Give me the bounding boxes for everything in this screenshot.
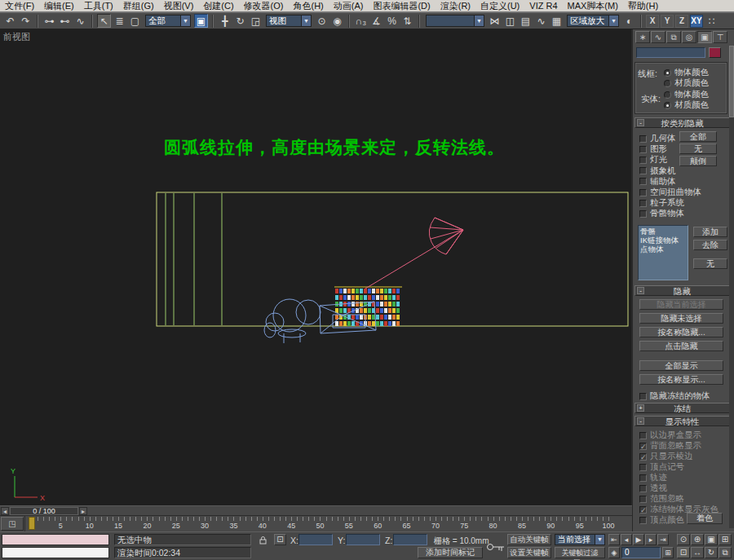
curve-editor-icon[interactable]: ∿ xyxy=(534,14,548,28)
expand-icon[interactable]: + xyxy=(637,404,644,412)
checkbox[interactable] xyxy=(639,496,647,503)
rollout-freeze[interactable]: +冻结 xyxy=(635,403,730,413)
hide-category-checkbox-7[interactable]: 骨骼物体 xyxy=(639,208,684,219)
chevron-down-icon[interactable]: ▼ xyxy=(474,15,484,26)
chevron-down-icon[interactable]: ▼ xyxy=(608,15,618,26)
zoom-extents-all-icon[interactable]: ⊞ xyxy=(719,534,732,545)
zoom-extents-icon[interactable]: ▣ xyxy=(705,534,718,545)
slider-next-button[interactable]: ▸ xyxy=(79,507,87,515)
display-property-checkbox-1[interactable]: ✓背面忽略显示 xyxy=(639,440,701,452)
min-max-toggle-icon[interactable]: ⧉ xyxy=(719,547,732,558)
add-time-tag-button[interactable]: 添加时间标记 xyxy=(418,547,483,558)
bind-to-space-warp-icon[interactable]: ∿ xyxy=(73,14,87,28)
snap-toggle-icon[interactable]: ∩₃ xyxy=(354,14,368,28)
select-and-link-icon[interactable]: ⊶ xyxy=(42,14,56,28)
hide-category-checkbox-5[interactable]: 空间扭曲物体 xyxy=(639,187,701,198)
menu-item-4[interactable]: 视图(V) xyxy=(159,0,199,12)
display-property-checkbox-2[interactable]: ✓只显示棱边 xyxy=(639,451,693,462)
menu-item-8[interactable]: 动画(A) xyxy=(329,0,369,12)
checkbox[interactable] xyxy=(639,189,647,196)
display-property-checkbox-4[interactable]: 轨迹 xyxy=(639,472,667,483)
checkbox[interactable] xyxy=(639,432,647,439)
z-coord-field[interactable] xyxy=(393,534,427,545)
selection-lock-icon[interactable] xyxy=(258,535,268,545)
menu-item-1[interactable]: 编辑(E) xyxy=(39,0,79,12)
spinner-snap-icon[interactable]: ⇅ xyxy=(400,14,414,28)
object-color-swatch[interactable] xyxy=(709,47,721,58)
hide-category-checkbox-2[interactable]: 灯光 xyxy=(639,154,667,165)
open-mini-curve-editor-button[interactable]: ◳ xyxy=(1,517,24,531)
collapse-icon[interactable]: - xyxy=(637,417,644,425)
hide-category-checkbox-1[interactable]: 图形 xyxy=(639,143,667,155)
display-property-checkbox-8[interactable]: 顶点颜色 xyxy=(639,514,684,526)
zoom-all-icon[interactable]: ⊕ xyxy=(691,534,704,545)
select-and-rotate-icon[interactable]: ↻ xyxy=(233,14,247,28)
checkbox[interactable]: ✓ xyxy=(639,453,647,461)
list-item[interactable]: 骨骼 xyxy=(640,227,686,236)
zoom-icon[interactable]: ⊙ xyxy=(677,534,690,545)
schematic-view-icon[interactable]: ▦ xyxy=(550,14,564,28)
checkbox[interactable] xyxy=(639,200,647,207)
checkbox[interactable]: ✓ xyxy=(639,443,647,450)
x-coord-field[interactable] xyxy=(298,534,333,545)
region-zoom-icon[interactable]: ⊡ xyxy=(677,547,690,558)
checkbox[interactable] xyxy=(639,135,647,143)
menu-item-9[interactable]: 图表编辑器(D) xyxy=(368,0,435,12)
y-coord-field[interactable] xyxy=(346,534,380,545)
unlink-selection-icon[interactable]: ⊷ xyxy=(58,14,72,28)
window-crossing-toggle-icon[interactable]: ▣ xyxy=(194,14,208,28)
slider-prev-button[interactable]: ◂ xyxy=(1,507,9,515)
bone-object-list[interactable]: 骨骼IK链接物体点物体 xyxy=(638,225,688,280)
menu-item-3[interactable]: 群组(G) xyxy=(118,0,159,12)
menu-item-0[interactable]: 文件(F) xyxy=(0,0,39,12)
auto-key-icon[interactable] xyxy=(486,537,506,557)
redo-icon[interactable]: ↷ xyxy=(19,14,33,28)
viewport-front[interactable]: 前视图 圆弧线拉伸，高度由场景来定，反转法线。 xyxy=(0,29,632,505)
percent-snap-icon[interactable]: % xyxy=(385,14,399,28)
maxscript-listener-pink[interactable] xyxy=(2,534,109,545)
tab-display[interactable]: ▣ xyxy=(697,31,712,43)
panel-scrollbar[interactable] xyxy=(729,46,734,528)
tab-hierarchy[interactable]: ⧉ xyxy=(666,31,681,43)
select-and-manipulate-icon[interactable]: ◉ xyxy=(330,14,344,28)
checkbox[interactable] xyxy=(639,210,647,218)
menu-item-2[interactable]: 工具(T) xyxy=(79,0,118,12)
object-name-field[interactable] xyxy=(636,47,705,58)
undo-icon[interactable]: ↶ xyxy=(3,14,17,28)
select-by-name-icon[interactable]: ≣ xyxy=(113,14,126,28)
menu-item-6[interactable]: 修改器(O) xyxy=(239,0,289,12)
viewport-label[interactable]: 前视图 xyxy=(3,31,30,43)
absolute-offset-mode-icon[interactable]: ⊡ xyxy=(274,534,286,545)
checkbox[interactable] xyxy=(639,157,647,164)
axis-x-button[interactable]: X xyxy=(646,15,659,28)
checkbox[interactable] xyxy=(639,146,647,153)
track-bar[interactable]: ◳ 51015202530354045505560657075808590951… xyxy=(0,515,632,531)
rectangular-selection-region-icon[interactable]: ▢ xyxy=(128,14,142,28)
checkbox[interactable] xyxy=(639,517,647,524)
hide-frozen-checkbox[interactable]: 隐藏冻结的物体 xyxy=(639,390,710,402)
hide-category-button-0[interactable]: 全部 xyxy=(679,131,717,142)
angle-snap-icon[interactable]: ∡ xyxy=(369,14,383,28)
named-selection-dropdown[interactable]: ▼ xyxy=(426,15,484,27)
key-filters-button[interactable]: 关键帧过滤器... xyxy=(555,547,605,558)
hide-category-button-1[interactable]: 无 xyxy=(679,143,717,154)
selection-filter-dropdown[interactable]: 全部▼ xyxy=(145,15,191,27)
time-slider-handle[interactable]: 0 / 100 xyxy=(10,507,78,515)
hide-category-checkbox-0[interactable]: 几何体 xyxy=(639,133,676,144)
zoom-mode-dropdown[interactable]: 区域放大▼ xyxy=(567,15,619,27)
list-item[interactable]: IK链接物体 xyxy=(640,236,686,245)
current-frame-field[interactable]: 0 xyxy=(621,547,661,558)
auto-key-button[interactable]: 自动关键帧 xyxy=(507,534,551,545)
display-property-checkbox-6[interactable]: 范围忽略 xyxy=(639,493,684,505)
go-to-end-button[interactable]: ⇥ xyxy=(657,534,669,545)
solid-material-color-radio[interactable]: 材质颜色 xyxy=(664,99,709,111)
chevron-down-icon[interactable]: ▼ xyxy=(301,15,311,26)
hide-category-button-2[interactable]: 颠倒 xyxy=(679,156,717,166)
checkbox[interactable]: ✓ xyxy=(639,506,647,514)
hide-button-3[interactable]: 点击隐藏 xyxy=(639,341,723,351)
menu-item-13[interactable]: MAX脚本(M) xyxy=(563,0,623,12)
time-slider[interactable]: ◂ 0 / 100 ▸ xyxy=(0,505,632,515)
collapse-icon[interactable]: - xyxy=(637,119,644,126)
remove-button[interactable]: 去除 xyxy=(693,240,727,250)
current-frame-marker[interactable] xyxy=(29,517,35,530)
